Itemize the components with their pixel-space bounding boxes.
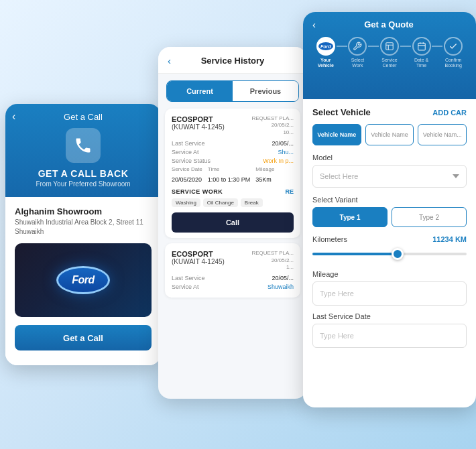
step-label-confirm: ConfirmBooking xyxy=(445,58,462,69)
tag-break: Break xyxy=(241,198,263,207)
ford-oval-small: Ford xyxy=(318,42,333,50)
slider-fill xyxy=(312,253,398,255)
step-date-time: Date &Time xyxy=(411,37,432,69)
vehicle-name-btn-3[interactable]: Vehicle Nam... xyxy=(418,124,467,145)
back-button-quote[interactable]: ‹ xyxy=(312,19,316,30)
call-headline: GET A CALL BACK xyxy=(38,168,129,179)
call-back-icon xyxy=(66,128,101,163)
car-info-1: ECOSPORT (KUWAIT 4-1245) xyxy=(172,115,225,131)
service-status-row-1: Service Status Work In p... xyxy=(172,157,294,164)
step-circle-center xyxy=(380,37,399,56)
tag-washing: Washing xyxy=(172,198,200,207)
tab-previous[interactable]: Previous xyxy=(233,81,298,101)
section-header: Select Vehicle ADD CAR xyxy=(312,107,467,117)
add-car-link[interactable]: ADD CAR xyxy=(432,109,467,117)
car-plate-1: (KUWAIT 4-1245) xyxy=(172,123,225,131)
last-service-label: Last Service Date xyxy=(312,312,467,320)
step-label-datetime: Date &Time xyxy=(414,58,428,69)
step-label-center: ServiceCenter xyxy=(381,58,397,69)
car-plate-2: (KUWAIT 4-1245) xyxy=(172,258,225,265)
step-connector-3 xyxy=(400,46,411,47)
quote-header-row: ‹ Get a Quote xyxy=(312,19,467,30)
quote-body: Select Vehicle ADD CAR Vehicle Name Vehi… xyxy=(303,99,476,407)
call-card-header: ‹ Get a Call GET A CALL BACK From Your P… xyxy=(5,104,161,197)
time-mileage-row: Service Date 20/05/2020 Time 1:00 to 1:3… xyxy=(172,166,294,184)
model-select[interactable]: Select Here xyxy=(312,165,467,188)
mileage-input[interactable] xyxy=(312,281,467,306)
tag-oil-change: Oil Change xyxy=(203,198,238,207)
request-label-2: REQUEST PLA... 20/05/2... 1... xyxy=(251,250,294,271)
service-history-card: ‹ Service History Current Previous ECOSP… xyxy=(158,47,307,399)
call-button-dark[interactable]: Call xyxy=(172,212,294,233)
svg-rect-0 xyxy=(386,43,394,50)
ford-step-icon: Ford xyxy=(318,42,333,50)
step-label-vehicle: YourVehicle xyxy=(318,58,334,69)
service-tags: Washing Oil Change Break xyxy=(172,198,294,207)
step-select-work: SelectWork xyxy=(347,37,369,69)
time-col: Time 1:00 to 1:30 PM xyxy=(208,166,251,184)
mileage-label: Mileage xyxy=(312,270,467,278)
get-a-call-card: ‹ Get a Call GET A CALL BACK From Your P… xyxy=(5,104,161,365)
tab-current[interactable]: Current xyxy=(167,81,233,101)
step-label-work: SelectWork xyxy=(351,58,364,69)
slider-track xyxy=(312,253,467,255)
showroom-name: Alghanim Showroom xyxy=(15,206,152,216)
slider-thumb[interactable] xyxy=(392,248,404,260)
step-circle-confirm xyxy=(444,37,463,56)
quote-stepper: Ford YourVehicle SelectWork xyxy=(312,37,467,69)
service-at-row-2: Service At Shuwaikh xyxy=(172,283,294,290)
svg-rect-1 xyxy=(418,43,425,50)
service-entry-2: ECOSPORT (KUWAIT 4-1245) REQUEST PLA... … xyxy=(165,243,300,298)
step-circle-work xyxy=(348,37,367,56)
request-label-1: REQUEST PLA... 20/05/2... 10... xyxy=(251,115,294,136)
variant-label: Select Variant xyxy=(312,196,467,204)
service-title: Service History xyxy=(158,56,307,66)
call-card-body: Alghanim Showroom Shuwaikh Industrial Ar… xyxy=(5,197,161,365)
date-col: Service Date 20/05/2020 xyxy=(172,166,202,184)
get-call-button[interactable]: Get a Call xyxy=(15,325,152,350)
vehicle-name-row: Vehicle Name Vehicle Name Vehicle Nam... xyxy=(312,124,467,145)
service-work-header: SERVICE WORK RE xyxy=(172,188,294,195)
service-entry-header-1: ECOSPORT (KUWAIT 4-1245) REQUEST PLA... … xyxy=(172,115,294,136)
variant-btn-2[interactable]: Type 2 xyxy=(392,207,467,227)
step-connector-2 xyxy=(368,46,379,47)
km-label: Kilometers xyxy=(312,235,347,243)
ford-logo-image: Ford xyxy=(15,243,152,317)
service-tabs: Current Previous xyxy=(166,80,299,102)
last-service-input[interactable] xyxy=(312,324,467,348)
variant-btn-1[interactable]: Type 1 xyxy=(312,207,388,227)
service-header: ‹ Service History xyxy=(158,47,307,74)
last-service-row-1: Last Service 20/05/... xyxy=(172,140,294,147)
model-label: Model xyxy=(312,153,467,162)
service-at-row-1: Service At Shu... xyxy=(172,149,294,155)
section-title: Select Vehicle xyxy=(312,107,371,117)
service-entry-1: ECOSPORT (KUWAIT 4-1245) REQUEST PLA... … xyxy=(165,109,300,238)
call-card-title: Get a Call xyxy=(5,112,161,122)
step-circle-vehicle: Ford xyxy=(316,37,335,56)
step-confirm: ConfirmBooking xyxy=(442,37,464,69)
showroom-address: Shuwaikh Industrial Area Block 2, Street… xyxy=(15,218,152,237)
step-connector-1 xyxy=(337,46,347,47)
vehicle-name-btn-2[interactable]: Vehicle Name xyxy=(365,124,414,145)
call-subheadline: From Your Preferred Showroom xyxy=(36,180,130,188)
get-a-quote-card: ‹ Get a Quote Ford YourVehicle xyxy=(303,12,476,407)
vehicle-name-btn-1[interactable]: Vehicle Name xyxy=(312,124,361,145)
car-model-1: ECOSPORT xyxy=(172,115,225,123)
step-connector-4 xyxy=(432,46,442,47)
km-header: Kilometers 11234 KM xyxy=(312,235,467,243)
km-value: 11234 KM xyxy=(432,235,467,243)
car-info-2: ECOSPORT (KUWAIT 4-1245) xyxy=(172,250,225,265)
variant-row: Type 1 Type 2 xyxy=(312,207,467,227)
service-entry-header-2: ECOSPORT (KUWAIT 4-1245) REQUEST PLA... … xyxy=(172,250,294,271)
quote-header: ‹ Get a Quote Ford YourVehicle xyxy=(303,12,476,99)
quote-title: Get a Quote xyxy=(321,19,467,29)
ford-text: Ford xyxy=(72,274,95,286)
step-service-center: ServiceCenter xyxy=(379,37,400,69)
step-your-vehicle: Ford YourVehicle xyxy=(315,37,337,69)
mileage-col: Mileage 35Km xyxy=(255,166,274,184)
step-circle-datetime xyxy=(412,37,431,56)
car-model-2: ECOSPORT xyxy=(172,250,225,258)
km-slider[interactable] xyxy=(312,247,467,261)
last-service-row-2: Last Service 20/05/... xyxy=(172,275,294,281)
ford-oval: Ford xyxy=(56,266,110,294)
